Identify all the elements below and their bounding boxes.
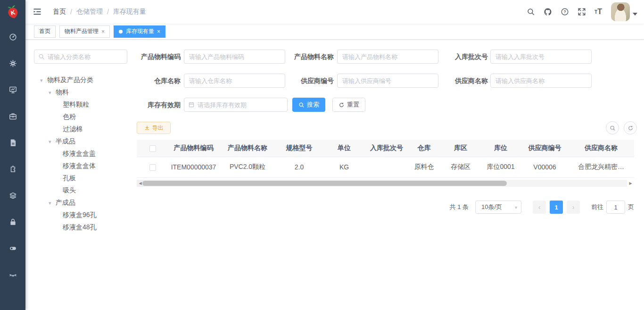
page-unit-label: 页 — [628, 203, 634, 211]
sidebar-item-toggle[interactable] — [0, 235, 25, 261]
hamburger-icon[interactable] — [25, 0, 49, 24]
sidebar-item-document[interactable] — [0, 129, 25, 156]
breadcrumb-item-warehouse: 仓储管理 — [76, 8, 103, 16]
goto-page-input[interactable] — [606, 201, 625, 214]
tree-node-leaf[interactable]: 色粉 — [28, 111, 134, 123]
settings-gear-icon — [8, 59, 17, 68]
caret-down-icon[interactable]: ▾ — [49, 139, 56, 145]
pagination: 共 1 条 10条/页 ▾ ‹ 1 › 前往 页 — [137, 200, 634, 214]
supplier-name-input[interactable] — [490, 74, 592, 88]
tab-material-product[interactable]: 物料产品管理 × — [59, 25, 110, 38]
close-icon[interactable]: × — [157, 28, 160, 35]
column-header: 库区 — [441, 140, 480, 157]
tab-home[interactable]: 首页 — [34, 25, 56, 38]
scroll-right-icon[interactable]: ▶ — [627, 180, 634, 187]
calendar-icon — [188, 101, 195, 108]
cell-unit: KG — [322, 157, 366, 177]
select-all-checkbox[interactable] — [149, 145, 156, 152]
top-navbar: 首页 / 仓储管理 / 库存现有量 ? TT — [25, 0, 644, 24]
cell-supplier-code: V00006 — [521, 157, 568, 177]
caret-down-icon[interactable]: ▾ — [40, 77, 47, 84]
app-logo[interactable]: K — [0, 0, 25, 24]
lock-icon — [8, 218, 17, 226]
sidebar-item-settings[interactable] — [0, 50, 25, 76]
tree-node-leaf[interactable]: 吸头 — [28, 184, 134, 197]
tree-node-leaf[interactable]: 过滤棉 — [28, 123, 134, 135]
field-label-expiry-date: 库存有效期 — [110, 98, 181, 112]
column-header: 单位 — [322, 140, 366, 157]
github-icon — [544, 8, 552, 16]
page-number-button[interactable]: 1 — [550, 201, 563, 214]
field-label-item-name: 产品物料名称 — [263, 50, 334, 64]
sidebar-item-monitor[interactable] — [0, 76, 25, 103]
cell-warehouse: 原料仓 — [407, 157, 441, 177]
fullscreen-button[interactable] — [573, 0, 590, 24]
search-button[interactable]: 搜索 — [292, 98, 325, 112]
inventory-table: 产品物料编码 产品物料名称 规格型号 单位 入库批次号 仓库 库区 库位 供应商… — [137, 140, 634, 178]
batch-no-input[interactable] — [490, 50, 592, 64]
help-button[interactable]: ? — [556, 0, 573, 24]
tree-node-leaf[interactable]: 移液盒盒盖 — [28, 148, 134, 160]
table-row[interactable]: ITEM00000037 PVC2.0颗粒 2.0 KG 原料仓 存储区 库位0… — [137, 157, 634, 177]
search-icon — [527, 8, 535, 16]
table-header-row: 产品物料编码 产品物料名称 规格型号 单位 入库批次号 仓库 库区 库位 供应商… — [137, 140, 634, 157]
sidebar-item-lock[interactable] — [0, 209, 25, 235]
avatar[interactable] — [611, 2, 630, 21]
caret-down-icon[interactable]: ▾ — [49, 200, 56, 206]
cell-location: 库位0001 — [480, 157, 521, 177]
toggle-icon — [8, 244, 17, 253]
tree-node-semifinished[interactable]: ▾半成品 — [28, 135, 134, 148]
sidebar-item-dashboard[interactable] — [0, 24, 25, 50]
cell-item-code: ITEM00000037 — [168, 157, 219, 177]
expiry-date-input[interactable] — [198, 101, 283, 109]
expiry-date-picker[interactable] — [184, 98, 288, 112]
export-button[interactable]: 导出 — [137, 122, 171, 134]
column-header: 库位 — [480, 140, 521, 157]
close-icon[interactable]: × — [101, 28, 105, 35]
toggle-search-button[interactable] — [606, 121, 619, 134]
main-content: ▾物料及产品分类 ▾物料 塑料颗粒 色粉 过滤棉 ▾半成品 移液盒盒盖 移液盒盒… — [25, 40, 644, 310]
tree-node-leaf[interactable]: 孔板 — [28, 172, 134, 184]
tree-node-leaf[interactable]: 移液盒96孔 — [28, 209, 134, 221]
tags-view-bar: 首页 物料产品管理 × 库存现有量 × — [25, 24, 644, 40]
toolbox-icon — [8, 112, 17, 121]
app-sidebar: K — [0, 0, 25, 310]
tree-node-material[interactable]: ▾物料 — [28, 86, 134, 99]
monitor-chart-icon — [8, 85, 17, 94]
scrollbar-thumb[interactable] — [142, 181, 507, 186]
puzzle-icon — [8, 165, 17, 174]
sidebar-item-puzzle[interactable] — [0, 156, 25, 182]
tab-inventory-onhand[interactable]: 库存现有量 × — [114, 25, 165, 38]
sidebar-item-toolbox[interactable] — [0, 103, 25, 129]
caret-down-icon[interactable] — [633, 13, 637, 16]
fullscreen-icon — [578, 8, 586, 16]
column-header: 仓库 — [407, 140, 441, 157]
breadcrumb-item-home[interactable]: 首页 — [53, 8, 66, 16]
eye-closed-icon — [8, 270, 17, 279]
font-size-button[interactable]: TT — [590, 0, 606, 24]
sidebar-item-eye-closed[interactable] — [0, 261, 25, 288]
tree-node-leaf[interactable]: 移液盒48孔 — [28, 221, 134, 234]
sidebar-item-layers[interactable] — [0, 182, 25, 209]
github-button[interactable] — [539, 0, 556, 24]
row-checkbox[interactable] — [149, 164, 156, 171]
tree-node-leaf[interactable]: 移液盒盒体 — [28, 160, 134, 172]
goto-label: 前往 — [591, 203, 603, 211]
field-label-item-code: 产品物料编码 — [110, 50, 181, 64]
column-header: 产品物料编码 — [168, 140, 219, 157]
column-header: 入库批次号 — [366, 140, 407, 157]
header-search-button[interactable] — [522, 0, 539, 24]
horizontal-scrollbar[interactable]: ◀ ▶ — [137, 180, 634, 187]
next-page-button[interactable]: › — [567, 201, 580, 214]
caret-down-icon[interactable]: ▾ — [49, 90, 56, 96]
refresh-table-button[interactable] — [624, 121, 637, 134]
column-header: 供应商名称 — [568, 140, 634, 157]
column-header: 规格型号 — [276, 140, 322, 157]
reset-button[interactable]: 重置 — [332, 98, 365, 112]
total-count: 共 1 条 — [450, 203, 469, 211]
prev-page-button[interactable]: ‹ — [533, 201, 546, 214]
field-label-supplier-code: 供应商编号 — [263, 74, 334, 88]
page-size-select[interactable]: 10条/页 ▾ — [475, 201, 521, 214]
column-header: 产品物料名称 — [219, 140, 276, 157]
tree-node-finished[interactable]: ▾产成品 — [28, 197, 134, 209]
